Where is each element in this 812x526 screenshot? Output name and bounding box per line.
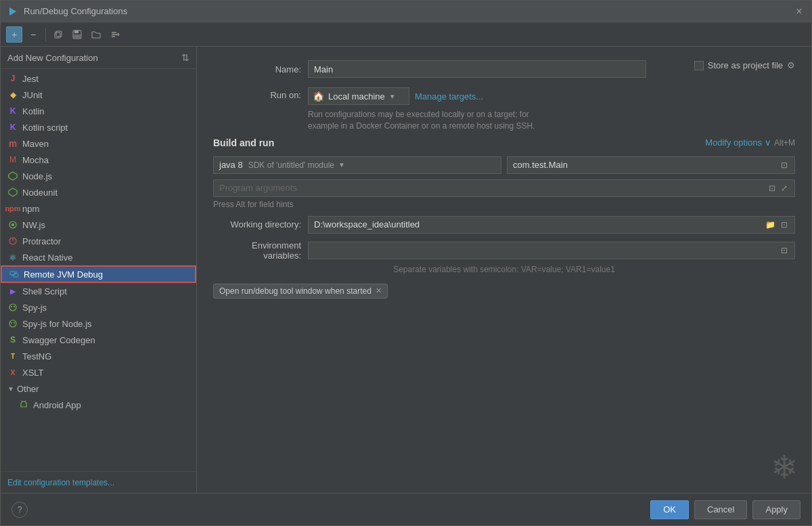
local-machine-dropdown[interactable]: 🏠 Local machine ▼ (308, 87, 409, 105)
sidebar-item-junit[interactable]: ◆ JUnit (1, 87, 196, 103)
main-class-field[interactable]: com.test.Main ⊡ (507, 156, 795, 174)
jest-label: Jest (22, 74, 39, 84)
npm-label: npm (22, 204, 39, 214)
sidebar-item-shell-script[interactable]: ▶ Shell Script (1, 283, 196, 299)
build-run-title: Build and run (213, 137, 274, 148)
sdk-label: java 8 (219, 160, 243, 170)
nwjs-icon (7, 219, 18, 230)
npm-icon: npm (7, 203, 18, 214)
env-vars-expand-btn[interactable]: ⊡ (780, 246, 789, 255)
main-class-expand-btn[interactable]: ⊡ (780, 160, 789, 170)
mocha-label: Mocha (22, 155, 49, 165)
svg-point-19 (9, 304, 16, 311)
junit-label: JUnit (22, 90, 43, 100)
kotlin-icon: K (7, 106, 18, 116)
sort-icon[interactable]: ⇅ (181, 52, 189, 63)
open-tool-window-tag[interactable]: Open run/debug tool window when started … (213, 284, 388, 299)
env-vars-row: Environment variables: ⊡ (213, 240, 795, 261)
android-app-label: Android App (33, 400, 81, 410)
help-button[interactable]: ? (12, 502, 28, 518)
run-on-right: 🏠 Local machine ▼ Manage targets... Run … (308, 87, 795, 132)
name-input[interactable] (308, 60, 646, 78)
sidebar-item-testng[interactable]: T TestNG (1, 348, 196, 364)
sidebar-item-nwjs[interactable]: NW.js (1, 217, 196, 233)
sidebar-list: J Jest ◆ JUnit K Kotlin K Kotlin script … (1, 69, 196, 471)
home-icon: 🏠 (313, 91, 324, 102)
working-dir-row: Working directory: D:\workspace_idea\unt… (213, 216, 795, 234)
android-app-icon (18, 399, 29, 410)
program-args-icon-btn[interactable]: ⊡ (767, 183, 777, 193)
toolbar-separator (45, 28, 46, 41)
sort-config-button[interactable] (107, 26, 123, 43)
store-project-row: Store as project file ⚙ (694, 60, 795, 70)
close-button[interactable]: × (794, 6, 805, 17)
svg-line-26 (25, 401, 26, 402)
ok-button[interactable]: OK (650, 500, 689, 519)
cancel-button[interactable]: Cancel (694, 500, 747, 519)
spy-js-label: Spy-js (22, 303, 47, 313)
sidebar-item-nodejs[interactable]: Node.js (1, 168, 196, 184)
copy-config-button[interactable] (50, 26, 66, 43)
sidebar-item-android-app[interactable]: Android App (1, 397, 196, 413)
sidebar-item-kotlin-script[interactable]: K Kotlin script (1, 119, 196, 135)
folder-config-button[interactable] (88, 26, 104, 43)
modify-options-link[interactable]: Modify options ∨ Alt+M (705, 137, 795, 148)
save-config-button[interactable] (69, 26, 85, 43)
sidebar-item-xslt[interactable]: X XSLT (1, 364, 196, 380)
sdk-hint: SDK of 'untitled' module (248, 160, 334, 170)
sidebar-item-remote-jvm-debug[interactable]: Remote JVM Debug (1, 265, 196, 283)
dialog-icon (7, 6, 18, 17)
spy-js-icon (7, 302, 18, 313)
watermark-icon: ❄ (771, 448, 798, 486)
working-dir-expand-btn[interactable]: ⊡ (780, 220, 789, 229)
store-gear-icon[interactable]: ⚙ (787, 60, 795, 70)
modify-chevron: ∨ (765, 137, 771, 148)
maven-icon: m (7, 138, 18, 149)
modify-shortcut: Alt+M (774, 138, 795, 148)
edit-templates-link[interactable]: Edit configuration templates... (7, 478, 114, 487)
svg-point-21 (14, 306, 15, 307)
program-args-expand-btn[interactable]: ⤢ (780, 183, 789, 193)
sidebar-item-jest[interactable]: J Jest (1, 70, 196, 87)
svg-marker-10 (9, 188, 17, 196)
working-dir-folder-btn[interactable]: 📁 (764, 220, 777, 229)
env-vars-label: Environment variables: (213, 240, 301, 261)
remove-config-button[interactable]: − (25, 26, 41, 43)
apply-button[interactable]: Apply (752, 500, 800, 519)
sidebar-item-nodeunit[interactable]: Nodeunit (1, 184, 196, 200)
svg-rect-4 (74, 30, 78, 33)
run-on-hint: Run configurations may be executed local… (308, 109, 795, 132)
svg-point-20 (11, 306, 12, 307)
sidebar-item-react-native[interactable]: ⚛ React Native (1, 249, 196, 265)
sidebar-item-kotlin[interactable]: K Kotlin (1, 103, 196, 119)
sdk-dropdown[interactable]: java 8 SDK of 'untitled' module ▼ (213, 156, 501, 174)
program-args-field[interactable]: Program arguments ⊡ ⤢ (213, 179, 795, 197)
sidebar-item-maven[interactable]: m Maven (1, 135, 196, 152)
bottom-bar: ? OK Cancel Apply (1, 493, 811, 525)
store-project-checkbox[interactable] (694, 61, 704, 70)
sidebar-item-spy-js[interactable]: Spy-js (1, 299, 196, 315)
tag-label: Open run/debug tool window when started (219, 286, 371, 296)
remote-jvm-label: Remote JVM Debug (24, 269, 103, 280)
tag-close-icon[interactable]: ✕ (376, 286, 382, 295)
env-vars-hint: Separate variables with semicolon: VAR=v… (213, 265, 795, 274)
working-dir-field[interactable]: D:\workspace_idea\untitled 📁 ⊡ (308, 216, 795, 234)
nodeunit-label: Nodeunit (22, 188, 58, 198)
manage-targets-link[interactable]: Manage targets... (415, 91, 483, 102)
xslt-icon: X (7, 367, 18, 378)
env-vars-field[interactable]: ⊡ (308, 242, 795, 259)
nodejs-label: Node.js (22, 171, 52, 181)
local-machine-text: Local machine (328, 91, 385, 102)
title-bar-left: Run/Debug Configurations (7, 6, 127, 17)
other-section-header[interactable]: ▼ Other (1, 380, 196, 397)
sidebar-item-swagger[interactable]: S Swagger Codegen (1, 332, 196, 348)
sidebar-item-mocha[interactable]: M Mocha (1, 152, 196, 168)
add-config-button[interactable]: + (6, 26, 22, 43)
sidebar-item-npm[interactable]: npm npm (1, 200, 196, 217)
program-args-placeholder: Program arguments (219, 183, 297, 193)
testng-icon: T (7, 351, 18, 361)
testng-label: TestNG (22, 351, 51, 361)
sidebar-item-protractor[interactable]: Protractor (1, 233, 196, 249)
sidebar-item-spy-js-node[interactable]: Spy-js for Node.js (1, 315, 196, 332)
react-native-label: React Native (22, 253, 72, 263)
